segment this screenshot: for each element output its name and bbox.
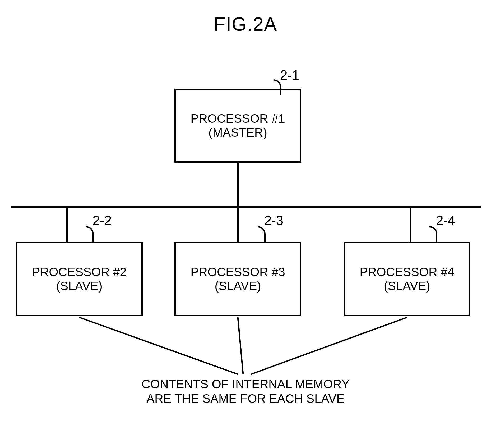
- slave-1-ref-label: 2-2: [92, 213, 112, 228]
- slave-2-ref-leader: [258, 226, 266, 242]
- slave-2-line2: (SLAVE): [176, 279, 300, 293]
- link-slave-1: [66, 208, 68, 242]
- figure-title: FIG.2A: [0, 13, 491, 35]
- processor-master-box: PROCESSOR #1 (MASTER): [174, 89, 301, 163]
- slave-2-line1: PROCESSOR #3: [176, 265, 300, 279]
- master-line1: PROCESSOR #1: [176, 112, 300, 126]
- slave-3-line1: PROCESSOR #4: [345, 265, 469, 279]
- master-line2: (MASTER): [176, 126, 300, 140]
- slave-2-ref-label: 2-3: [264, 213, 283, 228]
- slave-3-ref-leader: [429, 226, 437, 242]
- caption-line2: ARE THE SAME FOR EACH SLAVE: [0, 391, 491, 406]
- link-slave-3: [410, 208, 411, 242]
- processor-slave-2-box: PROCESSOR #3 (SLAVE): [174, 242, 301, 316]
- svg-line-0: [79, 317, 238, 374]
- link-master-to-bus: [237, 163, 239, 206]
- processor-slave-1-box: PROCESSOR #2 (SLAVE): [16, 242, 143, 316]
- master-ref-label: 2-1: [280, 67, 299, 83]
- caption-line1: CONTENTS OF INTERNAL MEMORY: [0, 377, 491, 391]
- caption: CONTENTS OF INTERNAL MEMORY ARE THE SAME…: [0, 377, 491, 406]
- slave-1-ref-leader: [86, 226, 94, 242]
- slave-3-line2: (SLAVE): [345, 279, 469, 293]
- processor-slave-3-box: PROCESSOR #4 (SLAVE): [344, 242, 470, 316]
- slave-1-line2: (SLAVE): [17, 279, 141, 293]
- svg-line-1: [238, 317, 243, 374]
- slave-3-ref-label: 2-4: [436, 213, 455, 228]
- link-slave-2: [237, 208, 239, 242]
- slave-1-line1: PROCESSOR #2: [17, 265, 141, 279]
- svg-line-2: [251, 317, 407, 374]
